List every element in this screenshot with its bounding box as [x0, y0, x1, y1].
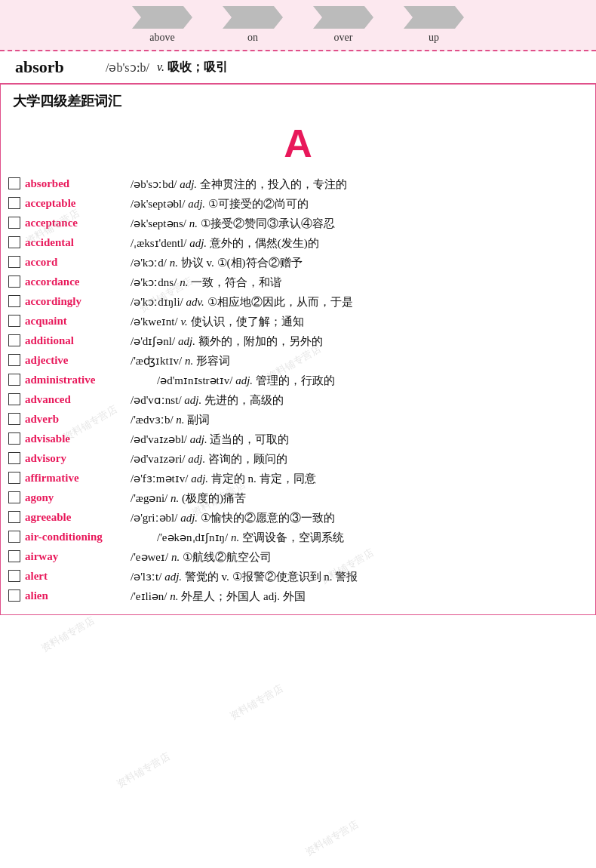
vocab-content: /ə'fɜːmətɪv/ adj. 肯定的 n. 肯定，同意 [131, 469, 588, 488]
vocab-word: advanced [25, 391, 131, 408]
absorb-definition: v. 吸收；吸引 [157, 60, 228, 75]
checkbox[interactable] [8, 432, 20, 445]
vocab-word: air-conditioning [25, 528, 157, 546]
list-item: air-conditioning /'eəkənˌdɪʃnɪŋ/ n. 空调设备… [8, 528, 588, 546]
checkbox[interactable] [8, 531, 20, 543]
list-item: acceptable /ək'septəbl/ adj. ①可接受的②尚可的 [8, 195, 588, 213]
checkbox[interactable] [8, 491, 20, 503]
letter-heading: A [1, 115, 595, 175]
vocab-content: /ə'kweɪnt/ v. 使认识，使了解；通知 [131, 312, 588, 331]
vocab-content: /'eəweɪ/ n. ①航线②航空公司 [131, 548, 588, 566]
vocab-content: /ək'septəbl/ adj. ①可接受的②尚可的 [131, 195, 588, 213]
list-item: airway /'eəweɪ/ n. ①航线②航空公司 [8, 548, 588, 566]
vocab-word: acceptance [25, 214, 131, 232]
list-item: agreeable /ə'griːəbl/ adj. ①愉快的②愿意的③一致的 [8, 509, 588, 527]
vocab-content: /ə'kɔːd/ n. 协议 v. ①(相)符合②赠予 [131, 254, 588, 272]
vocab-content: /ə'kɔːdns/ n. 一致，符合，和谐 [131, 273, 588, 291]
checkbox[interactable] [8, 177, 20, 189]
vocab-content: /əb'sɔːbd/ adj. 全神贯注的，投入的，专注的 [131, 175, 588, 193]
vocab-word: additional [25, 332, 131, 349]
list-item: advisable /əd'vaɪzəbl/ adj. 适当的，可取的 [8, 430, 588, 448]
vocab-word: absorbed [25, 175, 131, 192]
checkbox[interactable] [8, 570, 20, 582]
vocab-word: agreeable [25, 509, 131, 526]
vocab-content: /əd'vaɪzəbl/ adj. 适当的，可取的 [131, 430, 588, 448]
arrow-above: above [132, 6, 192, 44]
vocab-word: advisory [25, 450, 131, 467]
vocab-content: /ə'kɔːdɪŋli/ adv. ①相应地②因此，从而，于是 [131, 293, 588, 311]
list-item: advanced /əd'vɑːnst/ adj. 先进的，高级的 [8, 391, 588, 409]
vocab-word: affirmative [25, 469, 131, 487]
list-item: agony /'ægəni/ n. (极度的)痛苦 [8, 489, 588, 507]
absorb-row: absorb /əb'sɔːb/ v. 吸收；吸引 [0, 51, 596, 84]
vocab-content: /ək'septəns/ n. ①接受②赞同③承认④容忍 [131, 214, 588, 232]
vocab-content: /əd'vaɪzəri/ adj. 咨询的，顾问的 [131, 450, 588, 468]
vocab-content: /əd'vɑːnst/ adj. 先进的，高级的 [131, 391, 588, 409]
list-item: accord /ə'kɔːd/ n. 协议 v. ①(相)符合②赠予 [8, 254, 588, 272]
vocab-content: /ˌæksɪ'dentl/ adj. 意外的，偶然(发生)的 [131, 234, 588, 252]
arrows-row: above on over up [0, 6, 596, 44]
vocab-word: alert [25, 568, 131, 585]
vocab-word: administrative [25, 371, 157, 389]
vocab-content: /'ægəni/ n. (极度的)痛苦 [131, 489, 588, 507]
checkbox[interactable] [8, 295, 20, 307]
checkbox[interactable] [8, 550, 20, 562]
checkbox[interactable] [8, 589, 20, 602]
vocab-content: /'æʤɪktɪv/ n. 形容词 [131, 352, 588, 370]
vocab-list: absorbed /əb'sɔːbd/ adj. 全神贯注的，投入的，专注的 a… [1, 175, 595, 614]
vocab-content: /əd'mɪnɪstrətɪv/ adj. 管理的，行政的 [157, 371, 588, 389]
checkbox[interactable] [8, 236, 20, 248]
vocab-word: adverb [25, 411, 131, 428]
vocab-word: accordance [25, 273, 131, 291]
vocab-content: /ə'lɜːt/ adj. 警觉的 v. ①报警②使意识到 n. 警报 [131, 568, 588, 586]
checkbox[interactable] [8, 393, 20, 405]
list-item: absorbed /əb'sɔːbd/ adj. 全神贯注的，投入的，专注的 [8, 175, 588, 193]
vocab-word: adjective [25, 352, 131, 369]
vocab-word: accord [25, 254, 131, 271]
checkbox[interactable] [8, 275, 20, 288]
absorb-word: absorb [15, 57, 106, 77]
list-item: adjective /'æʤɪktɪv/ n. 形容词 [8, 352, 588, 370]
list-item: accordance /ə'kɔːdns/ n. 一致，符合，和谐 [8, 273, 588, 291]
vocab-word: advisable [25, 430, 131, 448]
list-item: additional /ə'dɪʃənl/ adj. 额外的，附加的，另外的 [8, 332, 588, 350]
vocab-content: /'eəkənˌdɪʃnɪŋ/ n. 空调设备，空调系统 [157, 528, 588, 546]
list-item: alien /'eɪliən/ n. 外星人；外国人 adj. 外国 [8, 587, 588, 605]
list-item: advisory /əd'vaɪzəri/ adj. 咨询的，顾问的 [8, 450, 588, 468]
list-item: affirmative /ə'fɜːmətɪv/ adj. 肯定的 n. 肯定，… [8, 469, 588, 488]
vocab-content: /ə'griːəbl/ adj. ①愉快的②愿意的③一致的 [131, 509, 588, 527]
checkbox[interactable] [8, 452, 20, 464]
arrow-on: on [223, 6, 283, 44]
absorb-phonetic: /əb'sɔːb/ [106, 60, 149, 75]
vocab-word: accidental [25, 234, 131, 251]
vocab-word: agony [25, 489, 131, 506]
list-item: accidental /ˌæksɪ'dentl/ adj. 意外的，偶然(发生)… [8, 234, 588, 252]
arrow-up: up [404, 6, 464, 44]
checkbox[interactable] [8, 374, 20, 386]
list-item: acquaint /ə'kweɪnt/ v. 使认识，使了解；通知 [8, 312, 588, 331]
checkbox[interactable] [8, 354, 20, 366]
section-title: 大学四级差距词汇 [1, 85, 595, 115]
checkbox[interactable] [8, 413, 20, 425]
checkbox[interactable] [8, 256, 20, 268]
checkbox[interactable] [8, 217, 20, 229]
list-item: acceptance /ək'septəns/ n. ①接受②赞同③承认④容忍 [8, 214, 588, 232]
vocab-content: /'eɪliən/ n. 外星人；外国人 adj. 外国 [131, 587, 588, 605]
vocab-word: acceptable [25, 195, 131, 212]
vocab-content: /'ædvɜːb/ n. 副词 [131, 411, 588, 429]
list-item: adverb /'ædvɜːb/ n. 副词 [8, 411, 588, 429]
vocab-word: airway [25, 548, 131, 565]
arrow-over: over [313, 6, 373, 44]
list-item: accordingly /ə'kɔːdɪŋli/ adv. ①相应地②因此，从而… [8, 293, 588, 311]
checkbox[interactable] [8, 511, 20, 523]
checkbox[interactable] [8, 334, 20, 346]
list-item: alert /ə'lɜːt/ adj. 警觉的 v. ①报警②使意识到 n. 警… [8, 568, 588, 586]
vocab-content: /ə'dɪʃənl/ adj. 额外的，附加的，另外的 [131, 332, 588, 350]
vocab-word: acquaint [25, 312, 131, 330]
vocab-word: alien [25, 587, 131, 605]
checkbox[interactable] [8, 472, 20, 484]
checkbox[interactable] [8, 197, 20, 209]
top-section: above on over up [0, 0, 596, 51]
vocab-word: accordingly [25, 293, 131, 310]
checkbox[interactable] [8, 315, 20, 327]
